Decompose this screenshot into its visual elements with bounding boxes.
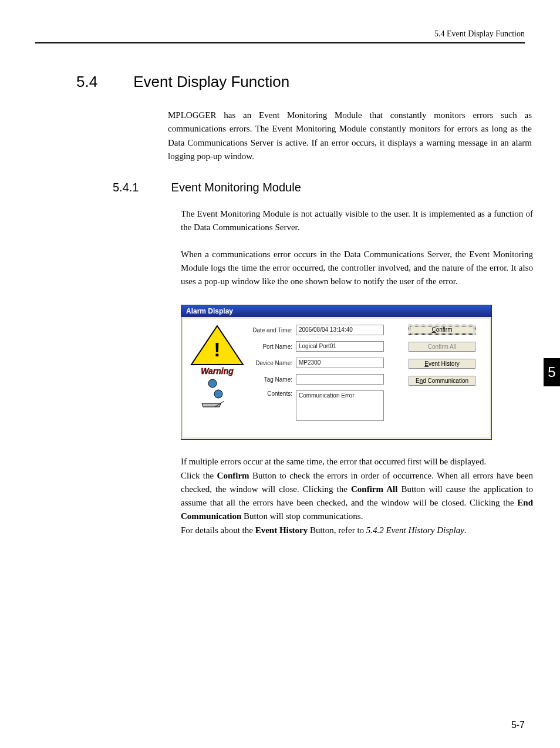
alarm-fields: Date and Time: 2006/08/04 13:14:40 Port …: [245, 325, 402, 427]
confirm-all-button[interactable]: Confirm All: [409, 342, 475, 352]
svg-point-2: [208, 379, 217, 388]
warning-text: Warning: [201, 366, 234, 376]
after-paragraph: If multiple errors occur at the same tim…: [181, 455, 533, 537]
device-value: MP2300: [296, 358, 384, 368]
svg-text:!: !: [214, 338, 220, 360]
device-label: Device Name:: [251, 360, 296, 366]
intro-paragraph: MPLOGGER has an Event Monitoring Module …: [168, 109, 532, 163]
event-history-button[interactable]: Event History: [409, 359, 475, 369]
section-number: 5.4: [76, 73, 129, 91]
sub-paragraph-2: When a communications error occurs in th…: [181, 248, 533, 289]
confirm-button[interactable]: Confirm: [409, 325, 475, 335]
tag-label: Tag Name:: [251, 376, 296, 383]
subsection-title: 5.4.1 Event Monitoring Module: [113, 181, 525, 194]
svg-point-3: [214, 390, 222, 398]
port-label: Port Name:: [251, 343, 296, 350]
tag-value: [296, 374, 384, 385]
warning-icon: ! Warning: [189, 325, 245, 427]
datetime-label: Date and Time:: [251, 327, 296, 333]
end-communication-button[interactable]: End Communication: [409, 376, 475, 386]
section-title: 5.4 Event Display Function: [76, 73, 525, 91]
page-header: 5.4 Event Display Function: [35, 29, 525, 43]
subsection-number: 5.4.1: [113, 181, 168, 194]
port-value: Logical Port01: [296, 341, 384, 352]
alarm-display-window: Alarm Display ! Warning Date and Time: 2…: [181, 305, 492, 440]
contents-value: Communication Error: [296, 390, 384, 421]
datetime-value: 2006/08/04 13:14:40: [296, 325, 384, 335]
contents-label: Contents:: [251, 390, 296, 397]
chapter-tab: 5: [544, 358, 560, 386]
subsection-name: Event Monitoring Module: [171, 181, 301, 194]
page-number: 5-7: [511, 720, 525, 730]
alarm-buttons: Confirm Confirm All Event History End Co…: [402, 325, 484, 427]
sub-paragraph-1: The Event Monitoring Module is not actua…: [181, 207, 533, 235]
alarm-titlebar: Alarm Display: [181, 305, 491, 317]
section-name: Event Display Function: [133, 73, 289, 90]
